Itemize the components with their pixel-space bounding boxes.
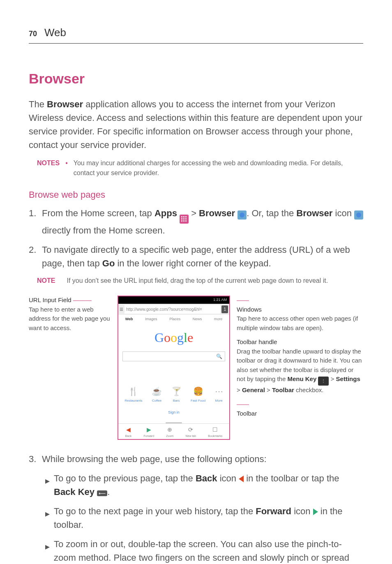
- annotation-body: Tap here to access other open web pages …: [237, 315, 358, 331]
- bookmark-icon: ☰: [120, 306, 123, 312]
- back-key-icon: ⟵: [97, 490, 107, 496]
- page-header: 70 Web: [29, 25, 363, 44]
- section-title: Web: [44, 25, 66, 41]
- tb-back: ◀Back: [125, 425, 132, 439]
- phone-urlbar: ☰ http://www.google.com/?source=mog&hl= …: [118, 304, 229, 315]
- tb-bookmarks: ☐Bookmarks: [208, 425, 222, 439]
- bullet-2: ▸ To go to the next page in your web his…: [45, 504, 363, 532]
- step-body: To navigate directly to a specific web p…: [42, 243, 363, 270]
- browser-icon: [238, 210, 247, 220]
- annotation-heading: Windows: [237, 305, 363, 314]
- notes-text: You may incur additional charges for acc…: [74, 158, 363, 178]
- browser-icon: [354, 210, 363, 220]
- forward-icon: [313, 509, 318, 515]
- search-icon: 🔍: [216, 353, 222, 360]
- intro-para: The Browser application allows you to ac…: [29, 97, 363, 152]
- annotated-screenshot: URL Input Field ——— Tap here to enter a …: [29, 296, 363, 440]
- phone-toolbar: ◀Back ▶Forward ⊕Zoom ⟳New tab ☐Bookmarks: [118, 423, 229, 439]
- note-label: NOTE: [37, 276, 55, 286]
- menu-key-icon: ⋮: [318, 377, 329, 386]
- annotation-right: ——Windows Tap here to access other open …: [237, 296, 363, 423]
- window-count: 1: [221, 305, 228, 313]
- bullet-body: To go to the previous page, tap the Back…: [54, 472, 363, 499]
- subsection-title: Browse web pages: [29, 188, 363, 201]
- step-body: While browsing the web page, use the fol…: [42, 452, 363, 466]
- bullet-body: To go to the next page in your web histo…: [54, 504, 363, 532]
- apps-icon: [180, 215, 189, 224]
- step-1: 1. From the Home screen, tap Apps > Brow…: [29, 206, 363, 237]
- google-signin: Sign in: [118, 407, 229, 422]
- tb-forward: ▶Forward: [143, 425, 154, 439]
- google-search-box: 🔍: [122, 351, 225, 361]
- phone-screenshot: 1:21 AM ☰ http://www.google.com/?source=…: [118, 296, 230, 440]
- bullet-icon: ▸: [45, 507, 50, 532]
- notes-label: NOTES: [37, 158, 60, 168]
- google-tabs: Web Images Places News more: [118, 315, 229, 324]
- annotation-body: Tap here to enter a web address for the …: [29, 306, 110, 331]
- tb-zoom: ⊕Zoom: [166, 425, 173, 439]
- notes-block: NOTES • You may incur additional charges…: [37, 158, 363, 178]
- phone-statusbar: 1:21 AM: [118, 296, 229, 304]
- url-input: http://www.google.com/?source=mog&hl=: [125, 305, 220, 314]
- step-number: 1.: [29, 206, 38, 237]
- page-title: Browser: [29, 68, 363, 89]
- cat-more: ⋯More: [215, 385, 223, 403]
- annotation-left: URL Input Field ——— Tap here to enter a …: [29, 296, 111, 337]
- annotation-heading: Toolbar handle: [237, 337, 363, 347]
- step-3: 3. While browsing the web page, use the …: [29, 452, 363, 466]
- cat-restaurants: 🍴Restaurants: [125, 385, 142, 403]
- cat-coffee: ☕Coffee: [152, 385, 162, 403]
- step-body: From the Home screen, tap Apps > Browser…: [42, 206, 363, 237]
- step-number: 3.: [29, 452, 38, 466]
- annotation-body: Drag the toolbar handle upward to displa…: [237, 348, 362, 393]
- tb-newtab: ⟳New tab: [185, 425, 196, 439]
- annotation-heading: Toolbar: [237, 409, 363, 418]
- annotation-heading: URL Input Field: [29, 296, 71, 303]
- bullet-icon: ▸: [45, 540, 50, 564]
- back-icon: [239, 476, 244, 482]
- note-text: If you don't see the URL input field, dr…: [67, 276, 328, 286]
- step-number: 2.: [29, 243, 38, 270]
- bullet-icon: ▸: [45, 474, 50, 499]
- bullet-body: To zoom in or out, double-tap the screen…: [54, 537, 363, 564]
- bullet-icon: •: [65, 158, 68, 168]
- note-block: NOTE If you don't see the URL input fiel…: [37, 276, 363, 286]
- google-logo: Google: [118, 324, 229, 350]
- bullet-1: ▸ To go to the previous page, tap the Ba…: [45, 472, 363, 499]
- cat-fastfood: 🍔Fast Food: [191, 385, 205, 403]
- step-2: 2. To navigate directly to a specific we…: [29, 243, 363, 270]
- page-number: 70: [29, 28, 37, 39]
- bullet-3: ▸ To zoom in or out, double-tap the scre…: [45, 537, 363, 564]
- cat-bars: 🍸Bars: [171, 385, 182, 403]
- google-categories: 🍴Restaurants ☕Coffee 🍸Bars 🍔Fast Food ⋯M…: [118, 381, 229, 407]
